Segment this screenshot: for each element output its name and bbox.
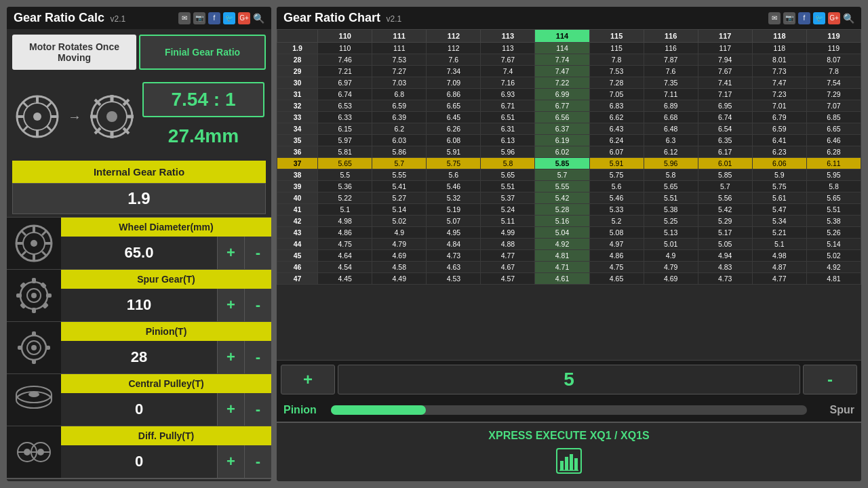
cell-20-9: 4.81: [806, 273, 861, 285]
cell-8-0: 5.97: [318, 135, 372, 146]
table-row: 316.746.86.866.936.997.057.117.177.237.2…: [277, 89, 861, 100]
calc-controls-3: Central Pulley(T) 0 + -: [61, 374, 271, 426]
cell-14-2: 5.19: [427, 204, 481, 216]
svg-line-7: [23, 102, 28, 107]
cell-20-1: 4.49: [372, 273, 427, 285]
cell-0-3: 113: [481, 43, 535, 54]
gplus-icon[interactable]: G+: [238, 12, 250, 24]
facebook-icon-r[interactable]: f: [798, 12, 810, 24]
cell-14-8: 5.47: [752, 204, 806, 216]
cell-7-7: 6.54: [698, 123, 752, 135]
internal-label: Internal Gear Ratio: [12, 161, 266, 183]
mm-display: 27.4mm: [142, 121, 264, 151]
gplus-icon-r[interactable]: G+: [828, 12, 840, 24]
table-row: 405.225.275.325.375.425.465.515.565.615.…: [277, 192, 861, 204]
cell-8-2: 6.08: [427, 135, 481, 146]
cell-5-1: 6.59: [372, 100, 427, 112]
cell-3-0: 6.97: [318, 77, 372, 89]
cell-1-1: 7.53: [372, 54, 427, 66]
cell-18-0: 4.64: [318, 250, 372, 262]
increment-button[interactable]: -: [803, 365, 857, 394]
plus-btn-4[interactable]: +: [217, 445, 244, 478]
cell-4-3: 6.93: [481, 89, 535, 100]
cell-17-7: 5.05: [698, 239, 752, 250]
search-icon-left[interactable]: 🔍: [253, 13, 264, 24]
chart-title-group: Gear Ratio Chart v2.1: [283, 11, 401, 25]
calc-row-0: Wheel Diameter(mm) 65.0 + -: [7, 217, 271, 269]
cell-15-7: 5.29: [698, 216, 752, 227]
cell-11-1: 5.55: [372, 169, 427, 181]
table-row: 355.976.036.086.136.196.246.36.356.416.4…: [277, 135, 861, 146]
instagram-icon-r[interactable]: 📷: [783, 12, 795, 24]
slider-track[interactable]: [331, 405, 807, 415]
internal-section: Internal Gear Ratio 1.9: [7, 158, 271, 217]
col-header-8: 117: [698, 30, 752, 43]
cell-0-5: 115: [589, 43, 644, 54]
cell-16-1: 4.9: [372, 227, 427, 239]
calc-value-0: 65.0: [61, 239, 217, 267]
plus-btn-0[interactable]: +: [217, 237, 244, 269]
calc-value-row-3: 0 + -: [61, 393, 271, 426]
row-num-3: 30: [277, 77, 318, 89]
cell-15-6: 5.25: [644, 216, 698, 227]
cell-2-1: 7.27: [372, 66, 427, 77]
col-header-0: [277, 30, 318, 43]
cell-19-0: 4.54: [318, 262, 372, 273]
col-header-2: 111: [372, 30, 427, 43]
minus-btn-4[interactable]: -: [244, 445, 271, 478]
svg-point-56: [28, 392, 39, 397]
cell-1-3: 7.67: [481, 54, 535, 66]
cell-12-6: 5.65: [644, 181, 698, 192]
cell-9-5: 6.07: [589, 146, 644, 158]
calc-row-1: Spur Gear(T) 110 + -: [7, 269, 271, 321]
cell-5-4: 6.77: [535, 100, 589, 112]
twitter-icon-r[interactable]: 🐦: [813, 12, 825, 24]
decrement-button[interactable]: +: [281, 365, 335, 394]
cell-3-9: 7.54: [806, 77, 861, 89]
plus-btn-2[interactable]: +: [217, 341, 244, 373]
cell-10-9: 6.11: [806, 158, 861, 169]
cell-15-4: 5.16: [535, 216, 589, 227]
plus-btn-1[interactable]: +: [217, 289, 244, 321]
cell-13-7: 5.56: [698, 192, 752, 204]
cell-8-5: 6.24: [589, 135, 644, 146]
cell-3-2: 7.09: [427, 77, 481, 89]
cell-19-7: 4.83: [698, 262, 752, 273]
cell-15-1: 5.02: [372, 216, 427, 227]
row-num-9: 36: [277, 146, 318, 158]
cell-6-5: 6.62: [589, 112, 644, 123]
cell-20-6: 4.69: [644, 273, 698, 285]
calc-value-1: 110: [61, 291, 217, 319]
final-gear-ratio-button[interactable]: Finial Gear Ratio: [139, 35, 266, 70]
svg-line-31: [42, 251, 46, 256]
minus-btn-0[interactable]: -: [244, 237, 271, 269]
minus-btn-2[interactable]: -: [244, 341, 271, 373]
cell-12-1: 5.41: [372, 181, 427, 192]
email-icon[interactable]: ✉: [178, 12, 191, 24]
cell-2-8: 7.73: [752, 66, 806, 77]
cell-12-8: 5.75: [752, 181, 806, 192]
table-row: 365.815.865.915.966.026.076.126.176.236.…: [277, 146, 861, 158]
cell-17-3: 4.88: [481, 239, 535, 250]
cell-2-0: 7.21: [318, 66, 372, 77]
cell-11-0: 5.5: [318, 169, 372, 181]
motor-rotates-button[interactable]: Motor Rotates Once Moving: [12, 35, 136, 70]
email-icon-r[interactable]: ✉: [768, 12, 781, 24]
cell-11-7: 5.85: [698, 169, 752, 181]
row-num-11: 38: [277, 169, 318, 181]
svg-rect-39: [16, 293, 22, 298]
facebook-icon[interactable]: f: [208, 12, 220, 24]
minus-btn-3[interactable]: -: [244, 393, 271, 426]
minus-btn-1[interactable]: -: [244, 289, 271, 321]
cell-10-0: 5.65: [318, 158, 372, 169]
search-icon-right[interactable]: 🔍: [843, 13, 854, 24]
cell-7-8: 6.59: [752, 123, 806, 135]
svg-point-14: [106, 111, 117, 122]
instagram-icon[interactable]: 📷: [193, 12, 205, 24]
cell-9-8: 6.23: [752, 146, 806, 158]
cell-10-5: 5.91: [589, 158, 644, 169]
row-num-10: 37: [277, 158, 318, 169]
twitter-icon[interactable]: 🐦: [223, 12, 235, 24]
cell-0-0: 110: [318, 43, 372, 54]
plus-btn-3[interactable]: +: [217, 393, 244, 426]
